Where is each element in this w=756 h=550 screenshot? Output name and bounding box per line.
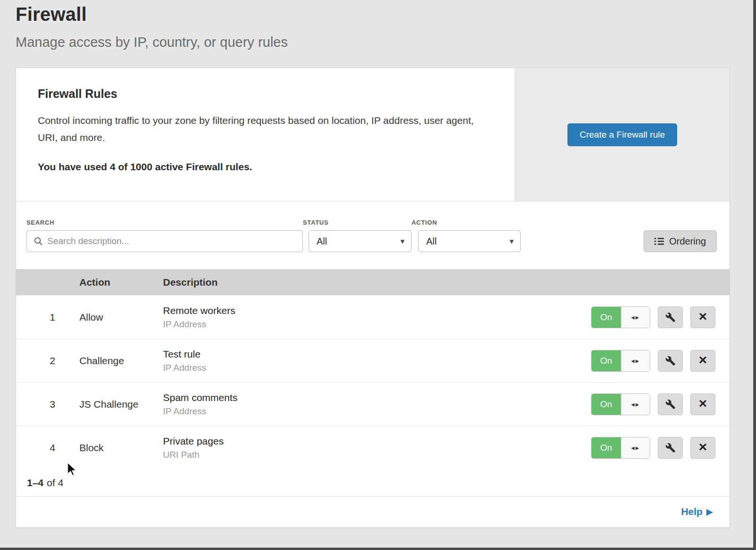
card-header: Firewall Rules Control incoming traffic … [16, 68, 730, 201]
close-icon: × [699, 353, 707, 367]
help-link-label: Help [681, 506, 703, 517]
rule-action: Challenge [79, 355, 163, 367]
rule-enable-toggle[interactable]: On ◂▸ [591, 437, 650, 459]
table-header-row: Action Description [16, 269, 730, 295]
rule-description: Test rule [163, 349, 591, 360]
edit-rule-button[interactable] [658, 437, 683, 459]
rule-controls: On ◂▸ × [591, 393, 716, 415]
toggle-arrows-icon[interactable]: ◂▸ [621, 350, 650, 371]
rule-match-type: URI Path [163, 450, 591, 460]
rule-number: 1 [16, 312, 79, 323]
rule-match-type: IP Address [163, 406, 591, 417]
card-description: Control incoming traffic to your zone by… [38, 112, 486, 146]
rule-description: Private pages [163, 436, 591, 447]
card-title: Firewall Rules [38, 87, 486, 101]
filters-bar: SEARCH STATUS All ▾ ACTION [16, 201, 730, 269]
rule-enable-toggle[interactable]: On ◂▸ [591, 306, 650, 328]
rule-enable-toggle[interactable]: On ◂▸ [591, 393, 650, 415]
create-firewall-rule-button[interactable]: Create a Firewall rule [567, 123, 678, 146]
status-select[interactable]: All ▾ [309, 230, 412, 252]
search-input[interactable] [47, 236, 297, 246]
ordering-button-label: Ordering [669, 236, 706, 247]
action-column-header: Action [79, 277, 163, 288]
pagination-total: of 4 [47, 477, 63, 489]
search-box[interactable] [26, 230, 303, 252]
action-label: ACTION [412, 219, 521, 226]
help-arrow-icon: ▶ [706, 507, 713, 517]
toggle-on-label[interactable]: On [592, 437, 621, 458]
toggle-on-label[interactable]: On [592, 307, 621, 328]
pagination-range: 1–4 [27, 477, 43, 489]
rule-action: Block [79, 442, 163, 454]
page-title: Firewall [16, 4, 756, 25]
firewall-rules-card: Firewall Rules Control incoming traffic … [16, 68, 730, 528]
help-link[interactable]: Help ▶ [681, 506, 713, 517]
page-subtitle: Manage access by IP, country, or query r… [16, 35, 756, 50]
table-row: 2 Challenge Test rule IP Address On ◂▸ × [16, 339, 730, 382]
table-row: 4 Block Private pages URI Path On ◂▸ × [16, 426, 730, 469]
edit-rule-button[interactable] [658, 306, 683, 328]
firewall-page: Firewall Manage access by IP, country, o… [0, 0, 756, 550]
toggle-arrows-icon[interactable]: ◂▸ [621, 437, 650, 458]
status-select-value: All [317, 236, 327, 247]
toggle-arrows-icon[interactable]: ◂▸ [621, 307, 650, 328]
wrench-icon [665, 399, 676, 410]
card-header-action-panel: Create a Firewall rule [515, 68, 730, 201]
rule-number: 3 [16, 399, 79, 410]
ordering-list-icon [654, 237, 664, 245]
rule-number: 2 [16, 355, 79, 367]
chevron-down-icon: ▾ [400, 237, 404, 245]
close-icon: × [699, 396, 707, 410]
edit-rule-button[interactable] [658, 350, 683, 372]
page-header: Firewall Manage access by IP, country, o… [0, 0, 756, 50]
rule-action: Allow [79, 312, 163, 323]
close-icon: × [699, 309, 707, 323]
window-edge [753, 0, 756, 550]
ordering-button[interactable]: Ordering [644, 230, 717, 252]
status-filter-group: STATUS All ▾ [303, 219, 412, 252]
card-header-text: Firewall Rules Control incoming traffic … [16, 68, 515, 201]
search-filter-group: SEARCH [26, 219, 303, 252]
rule-description: Spam comments [163, 392, 591, 403]
window-edge [0, 548, 756, 550]
table-row: 3 JS Challenge Spam comments IP Address … [16, 382, 730, 426]
rule-enable-toggle[interactable]: On ◂▸ [591, 350, 650, 372]
pagination: 1–4 of 4 [16, 469, 730, 497]
rule-match-type: IP Address [163, 319, 591, 330]
rule-controls: On ◂▸ × [591, 350, 716, 372]
status-label: STATUS [303, 219, 412, 226]
edit-rule-button[interactable] [658, 393, 683, 415]
delete-rule-button[interactable]: × [690, 437, 715, 459]
table-row: 1 Allow Remote workers IP Address On ◂▸ … [16, 295, 730, 339]
search-label: SEARCH [26, 219, 303, 226]
action-select-value: All [426, 236, 437, 247]
rule-controls: On ◂▸ × [591, 306, 716, 328]
rule-controls: On ◂▸ × [591, 437, 716, 459]
card-footer: Help ▶ [16, 497, 730, 527]
rules-usage-text: You have used 4 of 1000 active Firewall … [38, 161, 486, 173]
rule-action: JS Challenge [79, 399, 163, 410]
rule-number: 4 [16, 442, 79, 454]
delete-rule-button[interactable]: × [690, 306, 715, 328]
chevron-down-icon: ▾ [509, 237, 514, 245]
toggle-on-label[interactable]: On [592, 350, 621, 371]
wrench-icon [665, 443, 676, 453]
close-icon: × [699, 440, 707, 454]
wrench-icon [665, 356, 676, 366]
action-select[interactable]: All ▾ [418, 230, 521, 252]
toggle-arrows-icon[interactable]: ◂▸ [621, 394, 650, 415]
toggle-on-label[interactable]: On [592, 394, 621, 415]
search-icon [34, 236, 43, 246]
wrench-icon [665, 312, 676, 323]
rule-match-type: IP Address [163, 363, 591, 373]
delete-rule-button[interactable]: × [690, 350, 715, 372]
action-filter-group: ACTION All ▾ [412, 219, 521, 252]
rule-description: Remote workers [163, 305, 591, 316]
delete-rule-button[interactable]: × [690, 393, 715, 415]
description-column-header: Description [163, 277, 730, 288]
